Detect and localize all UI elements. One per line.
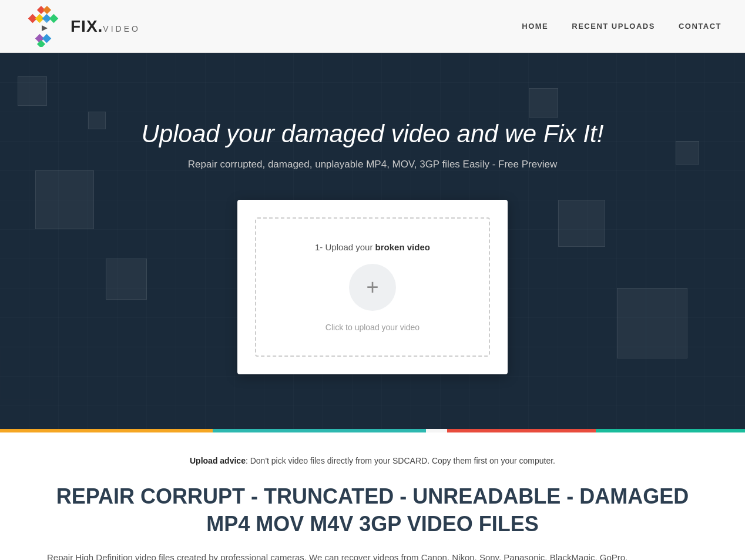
- upload-label: 1- Upload your broken video: [315, 242, 430, 252]
- nav-home[interactable]: HOME: [522, 22, 548, 31]
- color-bar-gap: [426, 429, 447, 432]
- upload-plus-button[interactable]: +: [349, 264, 396, 311]
- below-fold-section: Upload advice: Don't pick video files di…: [0, 432, 745, 560]
- upload-dropzone[interactable]: 1- Upload your broken video + Click to u…: [255, 217, 490, 357]
- repair-subtext: Repair High Definition video files creat…: [47, 550, 698, 560]
- hero-heading: Upload your damaged video and we Fix It!: [142, 120, 604, 148]
- svg-rect-1: [43, 6, 51, 14]
- header: FIX.VIDEO HOME RECENT UPLOADS CONTACT: [0, 0, 745, 53]
- upload-card: 1- Upload your broken video + Click to u…: [237, 200, 508, 374]
- repair-heading: REPAIR CORRUPT - TRUNCATED - UNREADABLE …: [47, 483, 698, 538]
- color-bar: [0, 429, 745, 432]
- upload-click-text: Click to upload your video: [325, 323, 420, 332]
- nav-recent-uploads[interactable]: RECENT UPLOADS: [572, 22, 655, 31]
- nav: HOME RECENT UPLOADS CONTACT: [522, 22, 721, 31]
- color-bar-teal: [213, 429, 425, 432]
- color-bar-orange: [0, 429, 213, 432]
- hero-subheading: Repair corrupted, damaged, unplayable MP…: [188, 159, 557, 170]
- svg-rect-5: [49, 14, 59, 23]
- nav-contact[interactable]: CONTACT: [679, 22, 721, 31]
- logo-icon: [24, 6, 65, 47]
- logo-area: FIX.VIDEO: [24, 6, 140, 47]
- color-bar-red: [447, 429, 596, 432]
- hero-section: Upload your damaged video and we Fix It!…: [0, 53, 745, 429]
- upload-advice: Upload advice: Don't pick video files di…: [47, 456, 698, 465]
- logo-text: FIX.VIDEO: [71, 17, 140, 36]
- color-bar-teal2: [596, 429, 745, 432]
